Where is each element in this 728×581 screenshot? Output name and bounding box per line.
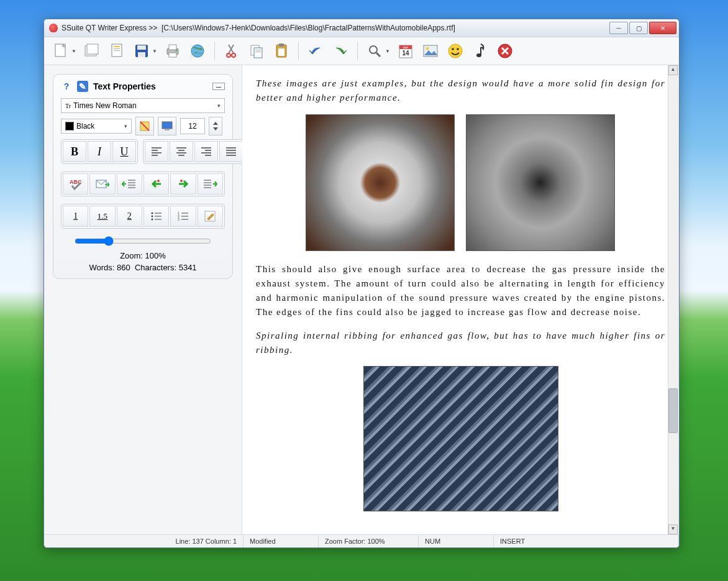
find-button[interactable]: ▼ [364, 40, 385, 62]
zoom-label: Zoom: 100% [61, 251, 225, 260]
insert-image-button[interactable] [420, 40, 441, 62]
proofing-row: ABC [61, 172, 225, 196]
svg-point-45 [151, 219, 153, 221]
paragraph-2[interactable]: This should also give enough surface are… [256, 262, 665, 320]
new-doc-button[interactable]: ▼ [50, 40, 71, 62]
svg-point-14 [191, 45, 204, 57]
paragraph-3[interactable]: Spiraling internal ribbing for enhanced … [256, 329, 665, 358]
svg-rect-8 [137, 45, 146, 50]
panel-collapse-icon[interactable]: — [212, 83, 225, 90]
vertical-scrollbar[interactable]: ▲ ▼ [668, 65, 679, 534]
scroll-up-arrow[interactable]: ▲ [668, 65, 678, 75]
align-right-button[interactable] [194, 141, 218, 162]
main-toolbar: ▼ ▼ ▼ MAY14 [44, 37, 679, 65]
svg-rect-20 [255, 52, 261, 52]
svg-rect-11 [169, 45, 176, 50]
embedded-image-1[interactable] [306, 114, 455, 251]
maximize-button[interactable]: ▢ [629, 22, 648, 34]
scroll-thumb[interactable] [668, 388, 678, 433]
spacing-row: 1 1.5 2 123 [61, 204, 225, 229]
desktop-background: SSuite QT Writer Express >> [C:\Users\Wi… [0, 0, 728, 581]
edit-icon[interactable]: ✎ [77, 81, 88, 92]
align-button-group [143, 139, 245, 164]
undo-button[interactable] [305, 40, 326, 62]
svg-point-44 [151, 216, 153, 217]
svg-rect-23 [278, 48, 284, 56]
scroll-down-arrow[interactable]: ▼ [668, 524, 678, 534]
close-window-button[interactable]: ✕ [649, 22, 676, 34]
svg-point-32 [452, 48, 454, 50]
align-center-button[interactable] [170, 141, 193, 162]
web-export-button[interactable] [187, 40, 208, 62]
document-editor[interactable]: These images are just examples, but the … [242, 65, 679, 523]
screen-color-button[interactable] [158, 117, 176, 135]
minimize-button[interactable]: ─ [609, 22, 628, 34]
paragraph-1[interactable]: These images are just examples, but the … [256, 76, 665, 106]
svg-text:3: 3 [178, 217, 180, 221]
underline-button[interactable]: U [112, 141, 136, 162]
file-properties-button[interactable] [106, 40, 127, 62]
move-right-button[interactable] [170, 173, 196, 194]
align-justify-button[interactable] [219, 141, 243, 162]
text-properties-panel: ? ✎ Text Properties — Tr Times New Roman [53, 74, 233, 279]
bold-button[interactable]: B [63, 141, 86, 162]
font-size-stepper[interactable] [209, 117, 222, 135]
format-button-group: B I U [61, 139, 138, 164]
app-icon [49, 24, 58, 32]
italic-button[interactable]: I [88, 141, 111, 162]
font-family-select[interactable]: Tr Times New Roman [61, 98, 225, 113]
svg-text:14: 14 [402, 50, 409, 57]
move-left-button[interactable] [143, 173, 169, 194]
svg-point-13 [176, 50, 178, 52]
highlight-button[interactable] [135, 117, 154, 135]
statusbar: Line: 137 Column: 1 Modified Zoom Factor… [44, 534, 679, 547]
emoji-button[interactable] [445, 40, 466, 62]
print-button[interactable] [162, 40, 183, 62]
bullet-list-button[interactable] [143, 206, 169, 227]
embedded-image-2[interactable] [466, 114, 615, 251]
svg-point-43 [151, 213, 153, 214]
indent-button[interactable] [198, 173, 223, 194]
svg-rect-6 [114, 50, 120, 51]
calendar-button[interactable]: MAY14 [395, 40, 416, 62]
line-spacing-15-button[interactable]: 1.5 [89, 206, 115, 227]
outdent-button[interactable] [117, 173, 142, 194]
open-button[interactable] [81, 40, 102, 62]
zoom-slider[interactable] [75, 236, 211, 246]
line-spacing-2-button[interactable]: 2 [117, 206, 142, 227]
svg-point-42 [180, 180, 183, 182]
svg-rect-9 [138, 52, 145, 57]
close-doc-button[interactable] [494, 40, 516, 62]
font-color-select[interactable]: Black [61, 119, 132, 134]
save-button[interactable]: ▼ [131, 40, 152, 62]
editor-wrapper: These images are just examples, but the … [242, 65, 679, 534]
help-icon[interactable]: ? [61, 81, 72, 92]
cut-button[interactable] [221, 40, 242, 62]
redo-button[interactable] [330, 40, 351, 62]
status-insert: INSERT [494, 535, 679, 547]
number-list-button[interactable]: 123 [170, 206, 196, 227]
music-button[interactable] [470, 40, 491, 62]
paste-button[interactable] [271, 40, 292, 62]
svg-rect-4 [114, 46, 120, 47]
edit-pencil-button[interactable] [198, 206, 223, 227]
content-area: ? ✎ Text Properties — Tr Times New Roman [44, 65, 679, 534]
document-stats: Words: 860 Characters: 5341 [61, 263, 225, 272]
status-modified: Modified [243, 535, 319, 547]
spellcheck-button[interactable]: ABC [63, 173, 88, 194]
svg-point-15 [227, 53, 230, 57]
titlebar[interactable]: SSuite QT Writer Express >> [C:\Users\Wi… [44, 19, 679, 37]
embedded-image-3[interactable] [363, 366, 558, 511]
side-panel: ? ✎ Text Properties — Tr Times New Roman [44, 65, 242, 534]
svg-rect-18 [254, 48, 262, 58]
svg-point-16 [232, 53, 235, 57]
window-title: SSuite QT Writer Express >> [C:\Users\Wi… [61, 24, 609, 32]
svg-rect-22 [279, 43, 284, 47]
align-left-button[interactable] [145, 141, 168, 162]
copy-button[interactable] [246, 40, 267, 62]
panel-title-row: ? ✎ Text Properties — [61, 81, 225, 92]
mail-button[interactable] [89, 173, 115, 194]
svg-rect-12 [169, 53, 176, 57]
line-spacing-1-button[interactable]: 1 [63, 206, 88, 227]
font-size-input[interactable] [180, 118, 205, 134]
